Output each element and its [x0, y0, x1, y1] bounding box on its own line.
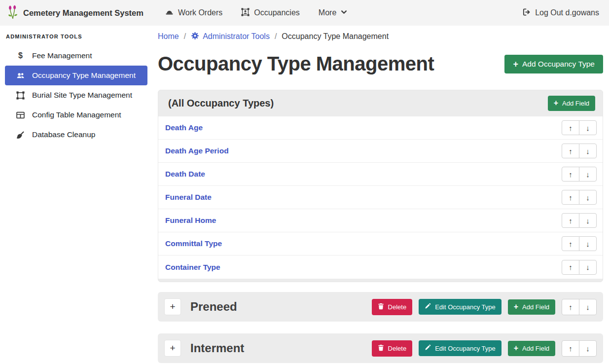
breadcrumb-home-link[interactable]: Home — [158, 32, 179, 41]
occupancy-type-section-preneed: + Preneed Delete — [158, 292, 603, 322]
field-link[interactable]: Funeral Date — [165, 193, 212, 202]
move-down-button[interactable]: ↓ — [579, 144, 597, 158]
arrow-up-icon: ↑ — [569, 263, 573, 271]
nav-item-occupancies[interactable]: Occupancies — [241, 8, 300, 18]
arrow-up-icon: ↑ — [569, 147, 573, 155]
breadcrumb-separator: / — [184, 32, 186, 41]
section-title: Preneed — [190, 300, 237, 314]
add-occupancy-type-button[interactable]: + Add Occupancy Type — [504, 55, 603, 73]
app-brand[interactable]: Cemetery Management System — [7, 5, 143, 21]
plus-icon: + — [514, 345, 518, 352]
move-up-button[interactable]: ↑ — [562, 167, 579, 182]
add-field-button[interactable]: + Add Field — [508, 299, 555, 315]
move-up-button[interactable]: ↑ — [562, 340, 579, 357]
reorder-group: ↑ ↓ — [562, 167, 597, 182]
add-field-button[interactable]: + Add Field — [548, 96, 595, 111]
expand-button[interactable]: + — [164, 340, 181, 357]
broom-icon — [15, 131, 26, 139]
top-navbar: Cemetery Management System Work Orders — [0, 0, 609, 26]
arrow-down-icon: ↓ — [586, 240, 590, 248]
move-up-button[interactable]: ↑ — [562, 236, 579, 251]
dollar-icon: $ — [15, 51, 26, 60]
logout-button[interactable]: Log Out d.gowans — [522, 8, 599, 18]
move-down-button[interactable]: ↓ — [579, 299, 597, 315]
move-down-button[interactable]: ↓ — [579, 340, 597, 357]
breadcrumb: Home / Administrat — [158, 31, 603, 42]
sidebar-item-occupancy-type-management[interactable]: Occupancy Type Management — [5, 66, 147, 85]
plus-icon: + — [514, 304, 518, 310]
field-row: Funeral Date ↑ ↓ — [158, 186, 603, 209]
pencil-icon — [425, 344, 431, 352]
breadcrumb-label: Home — [158, 32, 179, 41]
field-link[interactable]: Death Age — [165, 123, 203, 132]
field-link[interactable]: Container Type — [165, 263, 220, 272]
move-up-button[interactable]: ↑ — [562, 299, 579, 315]
add-field-button[interactable]: + Add Field — [508, 341, 555, 356]
move-down-button[interactable]: ↓ — [579, 167, 597, 182]
move-down-button[interactable]: ↓ — [579, 260, 597, 275]
edit-occupancy-type-label: Edit Occupancy Type — [435, 345, 496, 352]
all-occupancy-types-header: (All Occupancy Types) + Add Field — [158, 90, 603, 116]
move-up-button[interactable]: ↑ — [562, 213, 579, 228]
hard-hat-icon — [165, 8, 174, 18]
reorder-group: ↑ ↓ — [562, 190, 597, 205]
edit-occupancy-type-label: Edit Occupancy Type — [435, 303, 496, 311]
trash-icon — [378, 303, 384, 311]
arrow-up-icon: ↑ — [569, 193, 573, 202]
move-up-button[interactable]: ↑ — [562, 190, 579, 205]
sidebar-item-burial-site-type-management[interactable]: Burial Site Type Management — [5, 85, 147, 105]
field-link[interactable]: Funeral Home — [165, 216, 216, 225]
field-row: Death Age ↑ ↓ — [158, 116, 603, 140]
move-down-button[interactable]: ↓ — [579, 120, 597, 135]
delete-label: Delete — [388, 303, 407, 311]
app-title: Cemetery Management System — [23, 8, 143, 18]
section-actions: Delete Edit Occupancy Type + Add Field ↑ — [372, 340, 597, 357]
move-up-button[interactable]: ↑ — [562, 144, 579, 158]
sidebar-item-database-cleanup[interactable]: Database Cleanup — [5, 125, 147, 145]
reorder-group: ↑ ↓ — [562, 213, 597, 228]
sidebar-item-fee-management[interactable]: $ Fee Management — [5, 46, 147, 66]
move-up-button[interactable]: ↑ — [562, 120, 579, 135]
delete-label: Delete — [388, 345, 407, 352]
add-field-label: Add Field — [522, 345, 549, 352]
arrow-up-icon: ↑ — [569, 124, 573, 132]
sidebar-item-config-table-management[interactable]: Config Table Management — [5, 105, 147, 125]
sidebar-item-label: Occupancy Type Management — [32, 71, 136, 80]
chevron-down-icon — [341, 8, 347, 17]
arrow-down-icon: ↓ — [586, 170, 590, 179]
field-link[interactable]: Death Date — [165, 170, 205, 179]
vector-square-icon — [15, 91, 26, 100]
delete-button[interactable]: Delete — [372, 340, 413, 357]
move-down-button[interactable]: ↓ — [579, 213, 597, 228]
nav-item-label: More — [319, 8, 336, 17]
add-field-label: Add Field — [522, 303, 549, 311]
delete-button[interactable]: Delete — [372, 299, 413, 315]
nav-item-more[interactable]: More — [319, 8, 347, 17]
move-down-button[interactable]: ↓ — [579, 190, 597, 205]
move-up-button[interactable]: ↑ — [562, 260, 579, 275]
field-link[interactable]: Death Age Period — [165, 146, 229, 155]
reorder-group: ↑ ↓ — [562, 260, 597, 275]
edit-occupancy-type-button[interactable]: Edit Occupancy Type — [419, 299, 502, 315]
trash-icon — [378, 344, 384, 353]
users-icon — [15, 72, 26, 79]
field-row: Funeral Home ↑ ↓ — [158, 209, 603, 232]
arrow-up-icon: ↑ — [569, 344, 573, 353]
edit-occupancy-type-button[interactable]: Edit Occupancy Type — [419, 340, 502, 356]
field-link[interactable]: Committal Type — [165, 239, 222, 248]
breadcrumb-admin-tools-link[interactable]: Administrator Tools — [191, 32, 270, 42]
card-title: (All Occupancy Types) — [168, 98, 274, 109]
sidebar-section-title: ADMINISTRATOR TOOLS — [0, 29, 153, 46]
arrow-down-icon: ↓ — [586, 303, 590, 311]
move-down-button[interactable]: ↓ — [579, 236, 597, 251]
expand-button[interactable]: + — [164, 298, 181, 315]
table-icon — [15, 111, 26, 119]
all-occupancy-types-card: (All Occupancy Types) + Add Field Death … — [158, 90, 603, 282]
arrow-down-icon: ↓ — [586, 147, 590, 155]
nav-item-work-orders[interactable]: Work Orders — [165, 8, 222, 18]
person-frame-icon — [241, 8, 250, 18]
page-title: Occupancy Type Management — [158, 52, 434, 75]
sidebar-item-label: Config Table Management — [32, 110, 121, 119]
nav-item-label: Work Orders — [178, 8, 222, 17]
sidebar-item-label: Burial Site Type Management — [32, 91, 132, 100]
